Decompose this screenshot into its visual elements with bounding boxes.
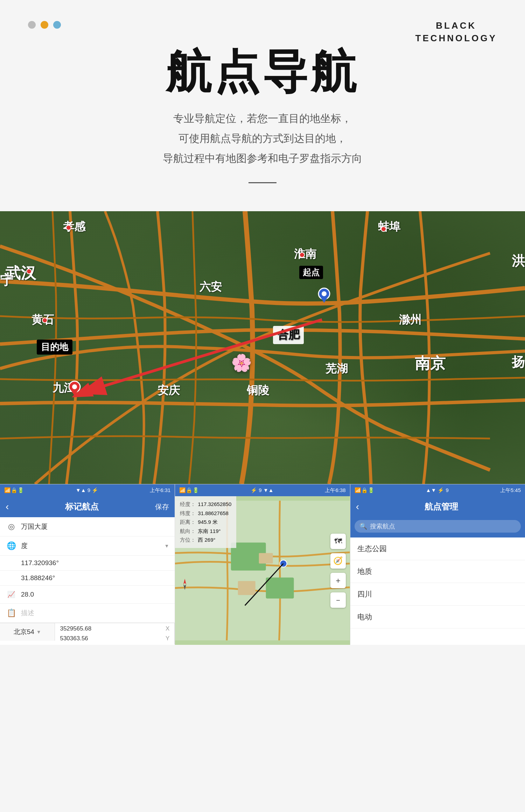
x-coord-block: 3529565.68 X 530363.56 Y: [55, 623, 175, 644]
form-row-name: ◎ 万国大厦: [0, 517, 175, 536]
phone-panel-3: 📶🔒🔋 ▲▼ ⚡ 9 上午5:45 ‹ 航点管理 🔍 搜索航点 生态公园: [350, 484, 525, 645]
location-name-value: 万国大厦: [21, 522, 169, 531]
info-row-longitude: 经度： 117.32652850: [180, 500, 231, 509]
search-bar-wrapper: 🔍 搜索航点: [350, 517, 525, 537]
city-nanjing: 南京: [415, 353, 446, 374]
info-row-bearing: 方位： 西 269°: [180, 535, 231, 544]
altitude-icon: 📈: [6, 591, 17, 598]
road-network: [0, 211, 525, 484]
origin-pin: [318, 287, 330, 304]
dot-1: [28, 21, 36, 29]
header-title-3: 航点管理: [363, 501, 519, 512]
zoom-out-btn[interactable]: －: [330, 592, 346, 608]
city-yang: 扬: [512, 353, 525, 371]
x-value: 3529565.68: [60, 625, 91, 632]
longitude-value: 117.320936°: [21, 559, 59, 567]
svg-point-5: [72, 384, 77, 389]
city-wuhu: 芜湖: [326, 361, 348, 377]
zoom-in-btn[interactable]: ＋: [330, 573, 346, 588]
latitude-block: 31.888246°: [0, 571, 175, 586]
destination-pin: [68, 380, 81, 397]
status-icons-3: 📶🔒🔋: [355, 487, 374, 493]
info-val-distance: 945.9 米: [198, 518, 218, 527]
status-bar-2: 📶🔒🔋 ⚡ 9 ▼▲ 上午6:38: [175, 484, 350, 496]
info-row-heading: 航向： 东南 119°: [180, 527, 231, 536]
form-row-degree-type: 🌐 度 ▼: [0, 536, 175, 556]
origin-marker: 起点: [299, 266, 323, 280]
page-title: 航点导航: [28, 49, 497, 94]
map-icon-btn-1[interactable]: 🗺: [330, 534, 346, 549]
svg-point-2: [322, 291, 327, 296]
status-time-1: 上午6:31: [150, 487, 170, 494]
bottom-buttons-1: 北京54 ▼ 3529565.68 X 530363.56 Y: [0, 623, 175, 644]
sevenparams-row: 七参设置: [0, 644, 175, 645]
search-placeholder: 搜索航点: [370, 522, 395, 530]
info-val-heading: 东南 119°: [198, 527, 220, 536]
info-key-heading: 航向：: [180, 527, 196, 536]
info-key-bearing: 方位：: [180, 535, 196, 544]
app-header-1: ‹ 标记航点 保存: [0, 496, 175, 517]
city-ning: 宁: [0, 271, 13, 289]
info-overlay: 经度： 117.32652850 纬度： 31.88627658 距离： 945…: [175, 496, 236, 548]
phone-panel-2: 📶🔒🔋 ⚡ 9 ▼▲ 上午6:38: [175, 484, 350, 645]
degree-type: 度: [21, 541, 160, 550]
phone-panel-1: 📶🔒🔋 ▼▲ 9 ⚡ 上午6:31 ‹ 标记航点 保存 ◎ 万国大厦 🌐: [0, 484, 175, 645]
form-row-altitude: 📈 28.0: [0, 586, 175, 604]
y-value: 530363.56: [60, 635, 88, 642]
city-anqing: 安庆: [158, 383, 180, 398]
info-val-bearing: 西 269°: [198, 535, 215, 544]
list-item-1[interactable]: 生态公园: [350, 537, 525, 560]
top-section: BLACK TECHNOLOGY 航点导航 专业导航定位，若您一直目的地坐标， …: [0, 0, 525, 211]
search-box[interactable]: 🔍 搜索航点: [355, 520, 521, 533]
dot-3: [53, 21, 61, 29]
city-chuzhou: 滁州: [399, 312, 421, 328]
info-val-longitude: 117.32652850: [198, 500, 231, 509]
brand-label: BLACK TECHNOLOGY: [415, 19, 497, 45]
globe-icon: 🌐: [6, 541, 17, 550]
location-icon: ◎: [6, 522, 17, 531]
map-right-buttons: 🗺 🧭 ＋ －: [330, 534, 346, 608]
longitude-block: 117.320936°: [0, 556, 175, 571]
subtitle-block: 专业导航定位，若您一直目的地坐标， 可使用航点导航的方式到达目的地， 导航过程中…: [28, 108, 497, 168]
divider: [248, 182, 276, 183]
save-button-1[interactable]: 保存: [155, 502, 169, 512]
svg-rect-13: [259, 553, 273, 564]
form-row-description: 📋 描述: [0, 604, 175, 623]
svg-rect-11: [266, 577, 294, 598]
dot-huainan: [299, 252, 305, 258]
back-button-1[interactable]: ‹: [6, 501, 9, 512]
dot-xiaogan: [66, 225, 71, 230]
flower-marker: 🌸: [231, 353, 252, 373]
header-title-1: 标记航点: [13, 501, 151, 512]
map-icon-btn-2[interactable]: 🧭: [330, 553, 346, 569]
list-item-3[interactable]: 四川: [350, 583, 525, 606]
svg-marker-4: [71, 390, 78, 396]
x-label: X: [166, 625, 169, 632]
status-bar-1: 📶🔒🔋 ▼▲ 9 ⚡ 上午6:31: [0, 484, 175, 496]
coord-system-btn[interactable]: 北京54 ▼: [0, 623, 55, 641]
list-item-4[interactable]: 电动: [350, 606, 525, 628]
dot-wuhan: [26, 269, 32, 274]
decorative-dots: [28, 21, 61, 29]
info-key-longitude: 经度：: [180, 500, 196, 509]
altitude-value: 28.0: [21, 591, 169, 598]
city-luan: 六安: [200, 279, 222, 295]
degree-dropdown[interactable]: ▼: [164, 543, 169, 549]
subtitle-line-2: 可使用航点导航的方式到达目的地，: [28, 128, 497, 148]
panel-body-3: 生态公园 地质 四川 电动: [350, 537, 525, 645]
svg-marker-1: [321, 297, 328, 303]
dot-2: [41, 21, 48, 29]
info-row-latitude: 纬度： 31.88627658: [180, 509, 231, 518]
status-icons-2: 📶🔒🔋: [179, 487, 199, 493]
list-item-2[interactable]: 地质: [350, 560, 525, 583]
back-button-3[interactable]: ‹: [356, 501, 359, 512]
description-placeholder: 描述: [21, 608, 169, 618]
map-section: 孝感 蚌埠 武汉 淮南 六安 黄石 合肥 滁州 芜湖 南京 安庆 铜陵 目的地 …: [0, 211, 525, 645]
svg-rect-12: [238, 581, 255, 595]
map-background: 孝感 蚌埠 武汉 淮南 六安 黄石 合肥 滁州 芜湖 南京 安庆 铜陵 目的地 …: [0, 211, 525, 484]
info-key-distance: 距离：: [180, 518, 196, 527]
panel-body-1: ◎ 万国大厦 🌐 度 ▼ 117.320936° 31.888246°: [0, 517, 175, 645]
city-hong: 洪: [512, 252, 525, 270]
status-time-2: 上午6:38: [325, 487, 345, 494]
city-tongling: 铜陵: [247, 383, 269, 398]
